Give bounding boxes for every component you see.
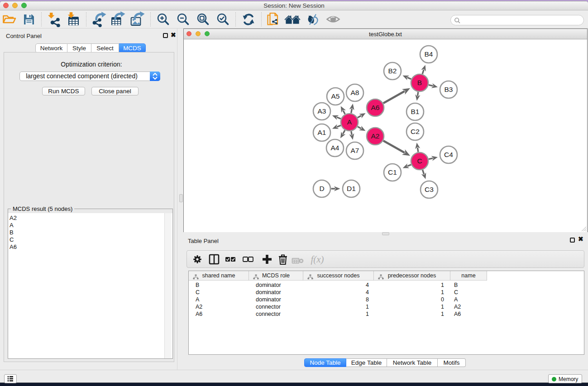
- svg-text:A4: A4: [331, 144, 339, 152]
- svg-text:A8: A8: [351, 89, 359, 96]
- svg-text:D1: D1: [347, 185, 356, 192]
- svg-text:A3: A3: [318, 107, 326, 115]
- svg-text:A: A: [347, 118, 352, 126]
- svg-text:C: C: [417, 157, 422, 165]
- svg-text:C1: C1: [388, 168, 397, 176]
- svg-text:A2: A2: [371, 132, 380, 140]
- svg-text:A5: A5: [331, 92, 340, 100]
- svg-text:B4: B4: [425, 50, 433, 58]
- svg-text:A6: A6: [371, 104, 380, 111]
- svg-text:B2: B2: [388, 67, 397, 75]
- svg-text:B1: B1: [411, 108, 420, 115]
- svg-text:C3: C3: [425, 186, 434, 193]
- svg-text:f(x): f(x): [311, 254, 324, 265]
- svg-text:B: B: [417, 79, 422, 86]
- svg-text:D: D: [319, 185, 324, 192]
- svg-text:B3: B3: [445, 86, 453, 93]
- svg-text:C2: C2: [411, 128, 420, 135]
- svg-text:A7: A7: [351, 147, 359, 154]
- svg-text:A1: A1: [318, 129, 326, 136]
- svg-text:C4: C4: [444, 151, 453, 158]
